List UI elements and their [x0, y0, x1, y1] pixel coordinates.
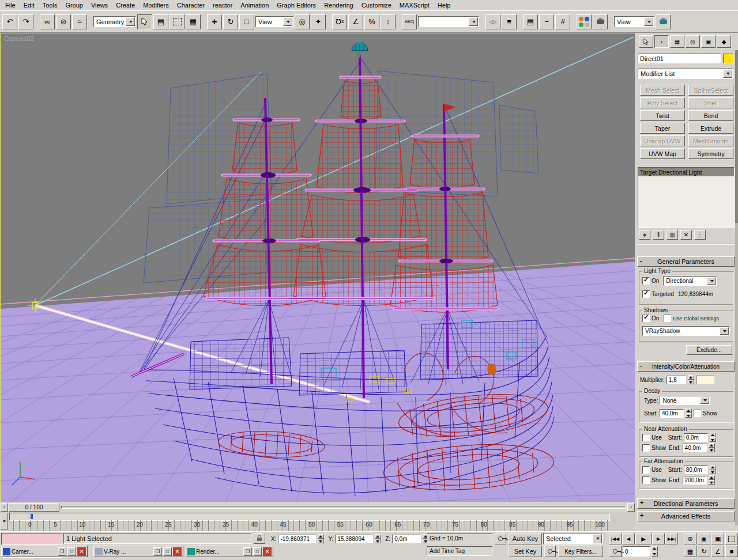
menu-character[interactable]: Character: [173, 1, 209, 9]
menu-customize[interactable]: Customize: [357, 1, 396, 9]
render-setup-icon[interactable]: [593, 14, 608, 29]
remove-modifier-icon[interactable]: ✕: [680, 230, 692, 240]
minimized-window-vray[interactable]: V-Ray ... ❐ □ ✕: [93, 546, 183, 557]
shadow-on-checkbox[interactable]: [642, 315, 650, 322]
maximize-window-icon[interactable]: □: [163, 547, 172, 556]
menu-group[interactable]: Group: [61, 1, 87, 9]
zoom-extents-icon[interactable]: ▣: [711, 533, 724, 544]
menu-reactor[interactable]: reactor: [209, 1, 236, 9]
use-pivot-center-icon[interactable]: ◎: [295, 14, 310, 29]
menu-graph-editors[interactable]: Graph Editors: [273, 1, 320, 9]
snap-toggle-3d-icon[interactable]: Ω3: [332, 14, 347, 29]
y-coordinate-field[interactable]: 15,388094: [335, 535, 373, 543]
track-bar-strip[interactable]: [9, 513, 610, 521]
far-start-field[interactable]: 80,0m: [684, 466, 708, 474]
light-type-dropdown[interactable]: Directional: [663, 276, 717, 286]
selection-region-icon[interactable]: [170, 14, 184, 29]
general-parameters-rollout[interactable]: - General Parameters: [637, 256, 735, 267]
show-end-result-icon[interactable]: ‖: [653, 230, 664, 240]
next-frame-button[interactable]: ▶: [652, 533, 665, 544]
redo-icon[interactable]: ↷: [18, 14, 33, 29]
far-use-checkbox[interactable]: [642, 466, 650, 474]
extrude-button[interactable]: Extrude: [688, 123, 733, 134]
reference-coordinate-dropdown[interactable]: View: [255, 16, 293, 27]
menu-rendering[interactable]: Rendering: [320, 1, 357, 9]
z-coordinate-field[interactable]: 0,0m: [392, 535, 421, 543]
near-start-field[interactable]: 0,0m: [684, 433, 708, 442]
decay-type-dropdown[interactable]: None: [660, 396, 710, 405]
curve-editor-icon[interactable]: ~: [539, 14, 554, 29]
exclude-button[interactable]: Exclude...: [686, 345, 732, 355]
minimized-window-camera[interactable]: Camer... ❐ □ ✕: [1, 546, 88, 557]
viewport-label[interactable]: Camera02: [4, 35, 33, 42]
multiplier-spinner[interactable]: [688, 375, 694, 384]
symmetry-button[interactable]: Symmetry: [688, 148, 733, 159]
use-global-settings-checkbox[interactable]: [664, 315, 671, 322]
y-spinner[interactable]: [375, 534, 381, 543]
angle-snap-icon[interactable]: ∠: [348, 14, 363, 29]
bend-button[interactable]: Bend: [688, 110, 733, 121]
zoom-icon[interactable]: ⊕: [684, 533, 696, 544]
shell-button[interactable]: Shell: [688, 97, 733, 108]
mesh-select-button[interactable]: Mesh Select: [640, 85, 685, 96]
zoom-region-icon[interactable]: [725, 533, 738, 544]
twist-button[interactable]: Twist: [640, 110, 685, 121]
utilities-tab[interactable]: ◆: [717, 35, 731, 48]
splineselect-button[interactable]: SplineSelect: [688, 85, 733, 96]
decay-start-spinner[interactable]: [686, 408, 692, 418]
select-rotate-icon[interactable]: ↻: [223, 14, 238, 29]
menu-animation[interactable]: Animation: [236, 1, 273, 9]
time-slider-left-arrow[interactable]: ‹: [1, 503, 8, 512]
schematic-view-icon[interactable]: #: [555, 14, 570, 29]
uvw-map-button[interactable]: UVW Map: [640, 148, 685, 159]
near-end-field[interactable]: 40,0m: [683, 444, 707, 452]
key-filters-button[interactable]: Key Filters...: [558, 546, 603, 557]
intensity-rollout[interactable]: - Intensity/Color/Attenuation: [637, 361, 735, 372]
current-frame-field[interactable]: 0: [623, 546, 650, 557]
modify-tab[interactable]: ◗: [654, 35, 669, 48]
targeted-checkbox[interactable]: [642, 290, 650, 298]
shadow-type-dropdown[interactable]: VRayShadow: [642, 326, 730, 336]
object-name-field[interactable]: Direct01: [638, 54, 721, 63]
advanced-effects-rollout[interactable]: + Advanced Effects: [637, 511, 735, 521]
mirror-icon[interactable]: ◁▷: [485, 14, 500, 29]
modifier-list-dropdown[interactable]: Modifier List: [638, 69, 733, 79]
select-move-icon[interactable]: +: [207, 14, 222, 29]
time-slider-track[interactable]: [61, 506, 626, 509]
object-color-swatch[interactable]: [723, 54, 733, 63]
unlink-icon[interactable]: ⊘: [56, 14, 71, 29]
current-frame-marker[interactable]: [31, 514, 33, 519]
stack-item-selected[interactable]: Target Directional Light: [638, 168, 734, 176]
bind-spacewarp-icon[interactable]: ≈: [72, 14, 87, 29]
modifier-stack-list[interactable]: Target Directional Light: [638, 167, 735, 228]
close-window-icon[interactable]: ✕: [77, 547, 86, 556]
field-of-view-icon[interactable]: ∠: [711, 546, 724, 557]
select-by-name-icon[interactable]: ▤: [153, 14, 168, 29]
unwrap-uvw-button[interactable]: Unwrap UVW: [640, 135, 685, 146]
select-link-icon[interactable]: ∞: [40, 14, 55, 29]
menu-views[interactable]: Views: [87, 1, 112, 9]
poly-select-button[interactable]: Poly Select: [640, 97, 685, 108]
camera-viewport[interactable]: Camera02: [0, 33, 635, 503]
go-to-end-button[interactable]: ▶▶|: [665, 533, 678, 544]
align-icon[interactable]: ≡: [502, 14, 517, 29]
minimized-window-render[interactable]: Render... ❐ □ ✕: [186, 546, 273, 557]
create-tab[interactable]: [639, 35, 653, 48]
decay-show-checkbox[interactable]: [694, 410, 701, 417]
open-minicurve-button[interactable]: ≠: [1, 513, 8, 529]
display-tab[interactable]: ▣: [701, 35, 716, 48]
undo-icon[interactable]: ↶: [2, 14, 17, 29]
restore-window-icon[interactable]: ❐: [243, 547, 252, 556]
far-show-checkbox[interactable]: [642, 476, 650, 484]
far-end-field[interactable]: 200,0m: [683, 476, 707, 485]
percent-snap-icon[interactable]: %: [364, 14, 379, 29]
time-slider-handle[interactable]: 0 / 100: [9, 503, 59, 512]
material-editor-icon[interactable]: [577, 14, 592, 29]
select-scale-icon[interactable]: □: [239, 14, 254, 29]
set-keys-icon[interactable]: [544, 546, 556, 557]
menu-edit[interactable]: Edit: [20, 1, 39, 9]
named-selection-sets-dropdown[interactable]: [418, 16, 479, 27]
selection-filter-dropdown[interactable]: Geometry: [93, 16, 136, 27]
keyboard-override-icon[interactable]: [495, 533, 506, 544]
decay-start-field[interactable]: 40,0m: [660, 409, 684, 418]
